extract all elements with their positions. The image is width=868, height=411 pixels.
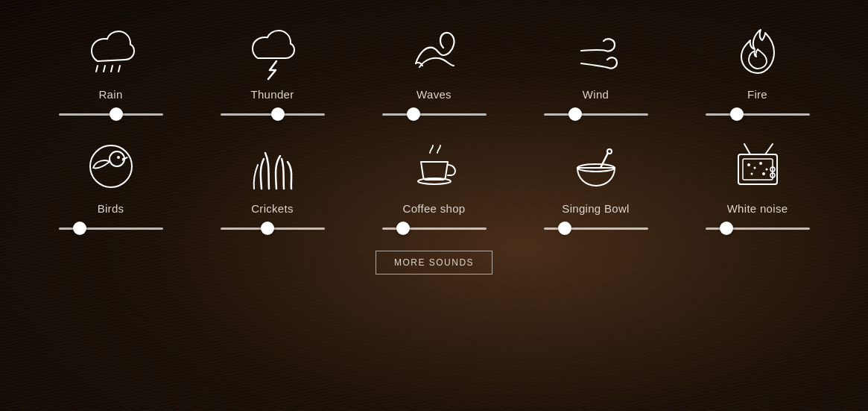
coffeeshop-track <box>382 228 487 230</box>
birds-thumb[interactable] <box>73 222 86 235</box>
sound-item-wind: Wind <box>529 22 663 122</box>
birds-slider[interactable] <box>59 221 163 236</box>
wind-label: Wind <box>583 88 609 101</box>
svg-point-13 <box>747 163 750 166</box>
sound-item-whitenoise: White noise <box>691 137 825 236</box>
svg-point-16 <box>765 169 767 171</box>
birds-icon[interactable] <box>81 137 141 196</box>
singingbowl-slider[interactable] <box>544 221 648 236</box>
fire-thumb[interactable] <box>730 107 744 121</box>
crickets-icon[interactable] <box>243 137 302 196</box>
sound-item-singingbowl: Singing Bowl <box>529 137 663 236</box>
waves-icon[interactable] <box>405 22 464 82</box>
crickets-thumb[interactable] <box>261 222 274 235</box>
coffeeshop-icon[interactable] <box>405 137 464 196</box>
thunder-label: Thunder <box>251 88 294 101</box>
coffeeshop-label: Coffee shop <box>403 202 466 215</box>
crickets-label: Crickets <box>251 202 294 215</box>
sound-item-fire: Fire <box>691 22 825 122</box>
svg-point-14 <box>753 167 755 169</box>
svg-line-2 <box>111 66 113 72</box>
rain-thumb[interactable] <box>110 107 123 121</box>
rain-track <box>59 113 163 116</box>
wind-track <box>544 113 648 116</box>
birds-track <box>59 228 163 230</box>
svg-line-3 <box>118 66 120 72</box>
svg-line-20 <box>765 144 773 154</box>
birds-label: Birds <box>98 202 124 215</box>
waves-label: Waves <box>416 88 452 101</box>
crickets-slider[interactable] <box>221 221 325 236</box>
thunder-track <box>221 113 325 116</box>
wind-thumb[interactable] <box>568 107 582 121</box>
waves-track <box>382 113 487 116</box>
whitenoise-track <box>706 228 810 230</box>
svg-point-10 <box>607 149 612 154</box>
thunder-thumb[interactable] <box>271 107 285 121</box>
coffeeshop-slider[interactable] <box>382 221 487 236</box>
wind-icon[interactable] <box>566 22 626 82</box>
svg-line-19 <box>744 144 750 154</box>
rain-label: Rain <box>98 88 122 101</box>
sounds-row-1: Rain Thunder <box>30 22 838 122</box>
more-sounds-button[interactable]: MORE SOUNDS <box>376 251 492 274</box>
sounds-row-2: Birds <box>30 137 838 236</box>
wind-slider[interactable] <box>544 107 648 122</box>
fire-track <box>706 113 810 116</box>
whitenoise-icon[interactable] <box>728 137 788 196</box>
svg-line-1 <box>104 66 105 72</box>
whitenoise-slider[interactable] <box>706 221 810 236</box>
main-container: Rain Thunder <box>0 0 868 411</box>
svg-point-17 <box>750 173 753 175</box>
rain-slider[interactable] <box>59 107 163 122</box>
whitenoise-thumb[interactable] <box>720 222 733 235</box>
sound-item-rain: Rain <box>44 22 178 122</box>
singingbowl-thumb[interactable] <box>558 222 571 235</box>
more-sounds-section: MORE SOUNDS <box>376 251 492 274</box>
crickets-track <box>221 228 325 230</box>
singingbowl-icon[interactable] <box>566 137 626 196</box>
sound-item-crickets: Crickets <box>206 137 340 236</box>
svg-point-6 <box>117 156 120 159</box>
fire-icon[interactable] <box>728 22 788 82</box>
thunder-icon[interactable] <box>243 22 302 82</box>
singingbowl-track <box>544 228 648 230</box>
sounds-grid: Rain Thunder <box>30 22 838 236</box>
svg-line-9 <box>601 153 608 168</box>
thunder-slider[interactable] <box>221 107 325 122</box>
sound-item-birds: Birds <box>44 137 178 236</box>
svg-point-15 <box>759 162 762 165</box>
svg-line-0 <box>96 66 98 72</box>
fire-label: Fire <box>747 88 767 101</box>
waves-thumb[interactable] <box>407 107 420 121</box>
svg-point-4 <box>90 145 132 187</box>
singingbowl-label: Singing Bowl <box>562 202 629 215</box>
whitenoise-label: White noise <box>727 202 788 215</box>
sound-item-thunder: Thunder <box>206 22 340 122</box>
svg-point-18 <box>762 172 765 175</box>
fire-slider[interactable] <box>706 107 810 122</box>
rain-icon[interactable] <box>81 22 141 82</box>
sound-item-waves: Waves <box>367 22 501 122</box>
svg-rect-12 <box>743 159 773 180</box>
sound-item-coffeeshop: Coffee shop <box>367 137 501 236</box>
coffeeshop-thumb[interactable] <box>396 222 410 235</box>
waves-slider[interactable] <box>382 107 487 122</box>
